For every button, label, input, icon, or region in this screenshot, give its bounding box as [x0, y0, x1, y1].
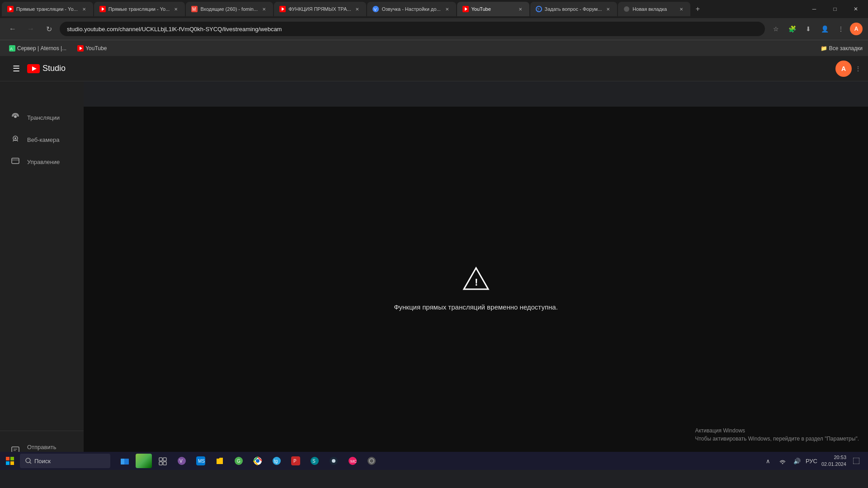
- svg-text:?: ?: [537, 7, 539, 12]
- menu-icon[interactable]: ⋮: [834, 22, 848, 36]
- tab-5[interactable]: V Озвучка - Настройки до... ✕: [367, 2, 456, 16]
- tab-2-close[interactable]: ✕: [172, 5, 179, 13]
- tab-8-title: Новая вкладка: [632, 6, 675, 12]
- sidebar-item-broadcasts[interactable]: Трансляции: [0, 107, 84, 129]
- broadcast-icon: [11, 112, 20, 123]
- svg-text:V: V: [374, 7, 377, 12]
- taskbar-chevron-icon[interactable]: ∧: [762, 455, 774, 467]
- taskbar-notification-icon[interactable]: [850, 455, 863, 467]
- tab-5-favicon: V: [373, 6, 379, 12]
- address-bar: ← → ↻ studio.youtube.com/channel/UCKLLbj…: [0, 18, 868, 40]
- bookmark-aternos[interactable]: A Сервер | Aternos |...: [5, 43, 70, 53]
- download-icon[interactable]: ⬇: [801, 22, 816, 36]
- sidebar-item-webcam[interactable]: Веб-камера: [0, 129, 84, 151]
- svg-rect-63: [853, 458, 859, 464]
- app-header: ☰ Studio А ⋮: [0, 56, 868, 81]
- taskbar-network-icon[interactable]: [776, 455, 789, 467]
- all-bookmarks[interactable]: 📁 Все закладки: [821, 45, 863, 52]
- taskbar-app-red[interactable]: P: [287, 453, 305, 469]
- svg-rect-32: [6, 461, 9, 465]
- taskbar-app-store[interactable]: MS: [192, 453, 210, 469]
- sidebar-broadcasts-label: Трансляции: [27, 114, 60, 121]
- maximize-button[interactable]: □: [825, 0, 845, 18]
- bookmark-star-icon[interactable]: ☆: [769, 22, 783, 36]
- youtube-logo-icon: [27, 64, 40, 73]
- tab-8[interactable]: Новая вкладка ✕: [618, 2, 690, 16]
- taskbar-app-files[interactable]: [211, 453, 229, 469]
- taskbar-time-value: 20:53: [821, 454, 846, 461]
- new-tab-button[interactable]: +: [691, 3, 704, 15]
- tab-8-close[interactable]: ✕: [678, 5, 685, 13]
- warning-icon: !: [462, 266, 490, 294]
- tab-7[interactable]: ? Задать вопрос - Форум... ✕: [530, 2, 618, 16]
- windows-activation: Активация Windows Чтобы активировать Win…: [695, 427, 859, 443]
- taskbar-app-explorer[interactable]: [116, 453, 134, 469]
- minimize-button[interactable]: ─: [804, 0, 825, 18]
- taskbar-app-multicolor[interactable]: MC: [344, 453, 362, 469]
- header-avatar[interactable]: А: [835, 61, 852, 77]
- tab-6-title: YouTube: [472, 6, 514, 12]
- taskbar-volume-icon[interactable]: 🔊: [791, 455, 803, 467]
- tab-3[interactable]: M Входящие (260) - fomin... ✕: [186, 2, 273, 16]
- tab-1[interactable]: Прямые трансляции - Yo... ✕: [2, 2, 93, 16]
- bookmark-youtube[interactable]: YouTube: [74, 43, 110, 53]
- tab-3-close[interactable]: ✕: [260, 5, 268, 13]
- tab-8-favicon: [623, 6, 630, 12]
- taskbar-app-telegram[interactable]: tg: [268, 453, 286, 469]
- tab-5-close[interactable]: ✕: [443, 5, 451, 13]
- refresh-button[interactable]: ↻: [42, 22, 56, 36]
- user-avatar[interactable]: А: [850, 23, 863, 35]
- tab-2-title: Прямые трансляции - Yo...: [108, 6, 170, 12]
- taskbar-app-photo[interactable]: [135, 453, 153, 469]
- tab-6-close[interactable]: ✕: [517, 5, 524, 13]
- forward-button[interactable]: →: [24, 22, 38, 36]
- taskbar-date-value: 02.01.2024: [821, 461, 846, 468]
- svg-rect-31: [10, 457, 14, 460]
- bookmarks-bar: A Сервер | Aternos |... YouTube 📁 Все за…: [0, 40, 868, 56]
- sidebar-item-management[interactable]: Управление: [0, 151, 84, 173]
- bookmark-youtube-label: YouTube: [85, 45, 107, 52]
- tab-2-favicon: [99, 6, 106, 12]
- tab-4-close[interactable]: ✕: [354, 5, 361, 13]
- svg-text:MC: MC: [350, 459, 357, 464]
- taskbar-app-viber[interactable]: V: [173, 453, 191, 469]
- hamburger-icon: ☰: [13, 64, 20, 74]
- svg-point-14: [624, 6, 629, 12]
- tab-4[interactable]: ФУНКЦИЯ ПРЯМЫХ ТРА... ✕: [274, 2, 366, 16]
- tab-3-title: Входящие (260) - fomin...: [200, 6, 258, 12]
- extensions-icon[interactable]: 🧩: [785, 22, 799, 36]
- taskbar-search[interactable]: Поиск: [20, 454, 110, 468]
- taskbar-app-steam[interactable]: [325, 453, 343, 469]
- profile-icon[interactable]: 👤: [817, 22, 832, 36]
- tab-6[interactable]: YouTube ✕: [457, 2, 529, 16]
- taskbar-eng-icon[interactable]: РУС: [805, 455, 818, 467]
- taskbar-app-task-view[interactable]: [154, 453, 172, 469]
- tab-7-favicon: ?: [536, 6, 542, 12]
- tab-7-title: Задать вопрос - Форум...: [545, 6, 602, 12]
- url-bar[interactable]: studio.youtube.com/channel/UCKLLbjL1lK-f…: [60, 22, 765, 36]
- webcam-icon: [11, 134, 20, 145]
- svg-text:V: V: [179, 459, 183, 464]
- taskbar-app-chrome[interactable]: [249, 453, 267, 469]
- taskbar-app-circle[interactable]: [363, 453, 381, 469]
- taskbar-app-teal[interactable]: S: [306, 453, 324, 469]
- tab-4-favicon: [279, 6, 286, 12]
- back-button[interactable]: ←: [5, 22, 20, 36]
- svg-text:M: M: [192, 7, 196, 12]
- hamburger-menu[interactable]: ☰: [7, 60, 25, 78]
- tab-1-close[interactable]: ✕: [80, 5, 88, 13]
- svg-rect-37: [121, 459, 124, 465]
- svg-rect-24: [12, 158, 19, 164]
- svg-line-35: [30, 462, 31, 464]
- start-button[interactable]: [2, 453, 18, 469]
- tab-2[interactable]: Прямые трансляции - Yo... ✕: [94, 2, 185, 16]
- taskbar-clock[interactable]: 20:53 02.01.2024: [821, 454, 846, 468]
- bookmark-aternos-label: Сервер | Aternos |...: [17, 45, 66, 52]
- logo[interactable]: Studio: [27, 64, 66, 73]
- window-controls: ─ □ ✕: [804, 0, 866, 18]
- close-button[interactable]: ✕: [845, 0, 866, 18]
- header-more[interactable]: ⋮: [855, 66, 861, 72]
- tab-7-close[interactable]: ✕: [604, 5, 612, 13]
- taskbar-app-green[interactable]: G: [230, 453, 248, 469]
- svg-rect-33: [10, 461, 14, 465]
